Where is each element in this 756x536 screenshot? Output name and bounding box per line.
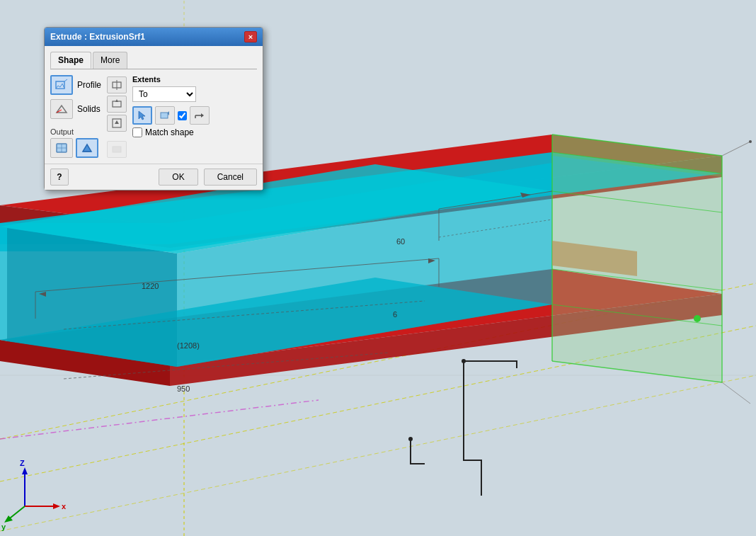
output-section: Output	[50, 127, 101, 158]
dialog-content: Shape More Profile	[45, 46, 263, 164]
svg-point-34	[749, 140, 752, 143]
flip-button-3[interactable]	[107, 115, 127, 132]
tab-bar: Shape More	[50, 52, 257, 69]
svg-text:Z: Z	[20, 459, 25, 467]
dialog-titlebar: Extrude : ExtrusionSrf1 ×	[45, 28, 263, 46]
tab-shape[interactable]: Shape	[50, 52, 91, 69]
svg-text:1220: 1220	[142, 282, 159, 290]
ok-cancel-group: OK Cancel	[159, 169, 257, 186]
select-tool-button[interactable]	[132, 106, 152, 125]
svg-text:950: 950	[177, 384, 190, 393]
extrude-dialog: Extrude : ExtrusionSrf1 × Shape More	[44, 27, 263, 190]
flip-button-2[interactable]	[107, 96, 127, 113]
right-panel: Extents To From-To Symmetric All	[132, 75, 257, 158]
match-shape-label: Match shape	[145, 127, 194, 137]
svg-text:(1208): (1208)	[177, 341, 200, 350]
svg-text:y: y	[1, 523, 6, 531]
direction-button[interactable]	[190, 106, 210, 125]
profile-label: Profile	[77, 80, 101, 90]
output-surface-button[interactable]	[50, 138, 73, 158]
left-panel: Profile Solids Output	[50, 75, 101, 158]
solids-icon-button[interactable]	[50, 99, 73, 119]
svg-marker-77	[115, 99, 118, 102]
flip-button-1[interactable]	[107, 76, 127, 93]
svg-text:x: x	[62, 502, 67, 511]
svg-rect-76	[113, 101, 121, 107]
tab-more[interactable]: More	[93, 52, 127, 69]
svg-point-30	[694, 315, 701, 322]
svg-marker-66	[56, 84, 64, 89]
svg-rect-80	[113, 147, 121, 152]
svg-marker-79	[115, 120, 119, 124]
solids-row: Solids	[50, 99, 101, 119]
cancel-button[interactable]: Cancel	[204, 169, 257, 186]
svg-marker-81	[139, 111, 145, 120]
svg-marker-15	[0, 227, 7, 341]
extents-dropdown-row: To From-To Symmetric All	[132, 86, 257, 102]
middle-column	[107, 76, 127, 158]
option-checkbox[interactable]	[178, 111, 187, 120]
svg-point-52	[462, 359, 466, 363]
svg-line-65	[64, 79, 67, 81]
tools-row	[132, 106, 257, 125]
extents-dropdown[interactable]: To From-To Symmetric All	[132, 86, 196, 102]
tab-content-shape: Profile Solids Output	[50, 75, 257, 158]
match-shape-checkbox[interactable]	[132, 127, 142, 137]
svg-marker-72	[83, 144, 91, 152]
profile-icon-button[interactable]	[50, 75, 73, 95]
solids-label: Solids	[77, 104, 101, 114]
ok-button[interactable]: OK	[159, 169, 197, 186]
svg-text:60: 60	[396, 237, 405, 246]
help-button[interactable]: ?	[50, 169, 69, 186]
extents-label: Extents	[132, 75, 257, 84]
profile-row: Profile	[50, 75, 101, 95]
match-shape-row: Match shape	[132, 127, 257, 137]
output-label: Output	[50, 127, 101, 136]
svg-rect-82	[161, 113, 168, 118]
dialog-buttons: ? OK Cancel	[45, 164, 263, 190]
dialog-title: Extrude : ExtrusionSrf1	[50, 32, 145, 42]
inactive-button	[107, 141, 127, 158]
output-buttons	[50, 138, 101, 158]
svg-text:6: 6	[393, 310, 397, 319]
face-select-button[interactable]	[155, 106, 175, 125]
output-solid-button[interactable]	[76, 138, 98, 158]
dialog-close-button[interactable]: ×	[244, 31, 257, 42]
svg-marker-85	[201, 113, 204, 118]
